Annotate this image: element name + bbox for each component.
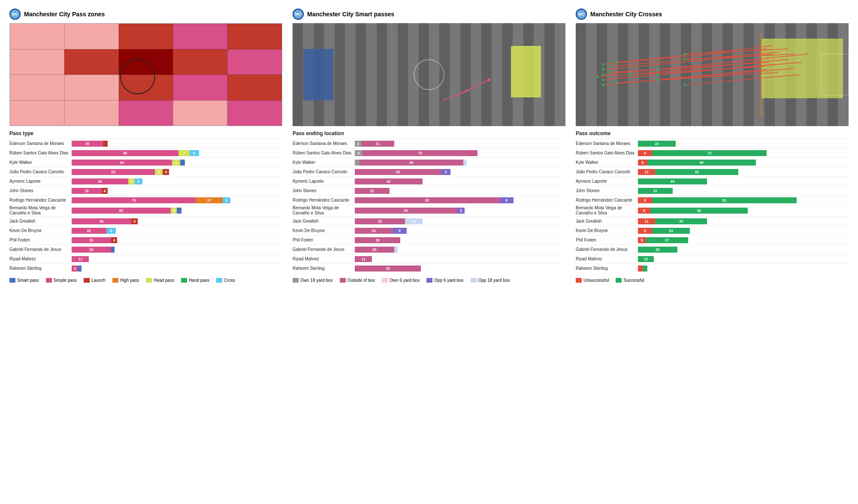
bar-segment: 11 [405,218,422,224]
panel-pass-zones: MCManchester City Pass zonesPass typeEde… [4,9,287,283]
player-row: Bernardo Mota Veiga de Carvalho e Silva8… [576,205,849,216]
player-name: Ederson Santana de Moraes [9,141,72,146]
bar-segment [355,160,360,166]
bar-segment: 5 [223,197,230,203]
bars-container: 3645 [72,178,142,185]
player-name: João Pedro Cavaco Cancelo [9,169,72,175]
player-name: Kevin De Bruyne [576,228,638,233]
legend-label: Opp 18 yard box [478,278,510,283]
legend-swatch [382,278,388,283]
bars-container: 43 [355,178,423,185]
legend-item: Opp 6 yard box [426,278,463,283]
player-row: Kyle Walker645 [9,157,282,167]
bar-segment: 4 [355,141,361,147]
bars-container: 5354 [72,169,169,175]
player-name: João Pedro Cavaco Cancelo [293,169,355,175]
player-name: Phil Foden [293,238,355,243]
bar-segment: 29 [355,237,400,243]
svg-point-18 [607,71,610,74]
player-name: Kyle Walker [9,160,72,165]
player-row: Rúben Santos Gato Alves Dias6876 [9,148,282,157]
bar-segment: 6 [638,160,647,166]
bar-segment: 21 [361,141,394,147]
svg-point-28 [656,68,659,71]
bars-container: 4 [72,265,82,272]
bar-segment: 10 [638,256,654,262]
bar-segment: 22 [638,188,673,194]
player-row: Raheem Sterling42 [293,263,565,273]
bar-segment: 53 [72,169,155,175]
heatmap-cell [10,75,64,100]
player-row: Rodrigo Hernández Cascante992 [576,195,849,205]
bar-segment: 27 [646,237,688,243]
heatmap-cell [64,75,119,100]
bar-segment: 6 [441,169,450,175]
bars-container: 42 [355,265,421,272]
bar-segment [103,141,108,147]
bar-segment: 25 [355,247,394,253]
legend-swatch [46,278,52,283]
player-name: Kevin De Bruyne [9,228,72,233]
bar-segment [394,247,398,253]
player-row: Riyad Mahrez10 [576,254,849,263]
heatmap-cell [173,75,227,100]
legend-swatch [471,278,477,283]
player-name: Gabriel Fernando de Jesus [576,247,638,252]
player-name: Riyad Mahrez [9,257,72,262]
player-row: Raheem Sterling4 [9,263,282,273]
player-name: John Stones [9,188,72,193]
panel-title: MCManchester City Smart passes [293,9,565,20]
player-name: Gabriel Fernando de Jesus [9,247,72,252]
player-name: Rodrigo Hernández Cascante [9,198,72,203]
legend-item: High pass [112,278,139,283]
bar-segment: 4 [102,188,108,194]
player-row: Kevin De Bruyne924 [576,226,849,235]
bars-container: 25 [638,246,677,253]
bars-container: 254 [72,237,117,244]
player-row: Phil Foden29 [293,235,565,244]
heatmap-cell [10,24,64,49]
player-name: Raheem Sterling [9,266,72,271]
player-name: Rodrigo Hernández Cascante [576,198,638,203]
bars-container: 669 [638,159,756,166]
heatmap-cell [173,24,227,49]
bar-chart-section: Ederson Santana de Moraes24Rúben Santos … [576,139,849,273]
legend: UnsuccessfulSuccessful [576,278,849,283]
legend-label: Head pass [154,278,174,283]
bar-segment: 9 [638,228,652,234]
bar-segment: 5 [457,208,465,214]
bar-segment: 7 [178,150,190,156]
player-row: Raheem Sterling [576,263,849,273]
player-name: Jack Grealish [576,219,638,224]
bars-container: 973 [638,150,767,157]
bar-segment: 17 [196,197,222,203]
bar-segment: 5 [355,150,363,156]
legend-label: High pass [120,278,139,283]
bar-segment: 20 [72,141,103,147]
player-row: Rúben Santos Gato Alves Dias573 [293,148,565,157]
section-label: Pass type [9,130,282,136]
heatmap-cell [10,100,64,126]
legend-label: Own 6 yard box [390,278,420,283]
player-name: Aymeric Laporte [576,179,638,184]
bar-segment: 65 [355,208,457,214]
legend-label: Unsuccessful [583,278,609,283]
player-row: Aymeric Laporte44 [576,176,849,186]
heatmap-cell [64,49,119,75]
heatmap-cell [227,75,282,100]
svg-point-26 [629,73,631,76]
bar-segment: 25 [638,247,677,253]
bar-segment: 55 [355,169,441,175]
bar-segment: 36 [72,178,128,184]
player-row: Ederson Santana de Moraes24 [576,139,849,148]
bar-segment: 5 [135,178,142,184]
player-row: Bernardo Mota Veiga de Carvalho e Silva6… [9,205,282,216]
bar-segment: 24 [355,228,393,234]
bar-chart-section: Ederson Santana de Moraes20Rúben Santos … [9,139,282,273]
panel-title: MCManchester City Pass zones [9,9,282,20]
player-row: Kyle Walker669 [576,157,849,167]
player-name: Rodrigo Hernández Cascante [293,198,355,203]
player-row: Ederson Santana de Moraes20 [9,139,282,148]
bar-segment: 33 [655,218,707,224]
player-row: Phil Foden254 [9,235,282,244]
